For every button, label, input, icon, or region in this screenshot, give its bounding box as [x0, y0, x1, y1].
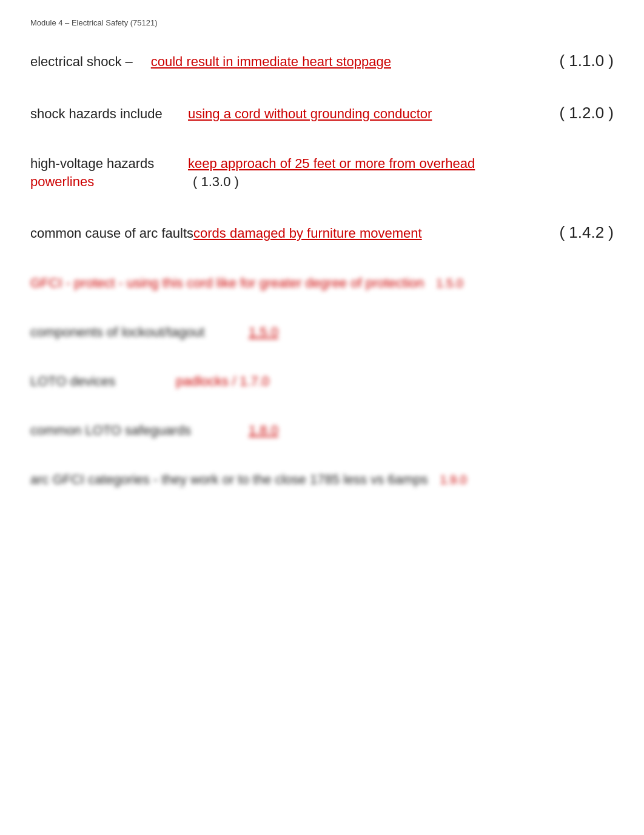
label-lockout: components of lockout/tagout: [30, 324, 249, 340]
label-gfci: GFCI - protect - using this cord like fo…: [30, 275, 424, 291]
label-powerlines: powerlines: [30, 174, 188, 190]
label-arc-gfci: arc GFCI categories - they work or to th…: [30, 472, 428, 488]
module-title: Module 4 – Electrical Safety (75121): [30, 18, 614, 27]
label-shock-hazards: shock hazards include: [30, 106, 188, 122]
row-shock-hazards: shock hazards include using a cord witho…: [30, 104, 614, 122]
content-lockout: 1.5.0: [249, 324, 614, 340]
content-high-voltage: keep approach of 25 feet or more from ov…: [188, 156, 614, 172]
number-shock-hazards: ( 1.2.0 ): [559, 104, 614, 122]
label-loto-devices: LOTO devices: [30, 374, 176, 389]
content-electrical-shock: could result in immediate heart stoppage: [151, 54, 548, 70]
number-gfci: 1.5.0: [436, 277, 463, 290]
content-loto-devices: padlocks / 1.7.0: [176, 374, 614, 389]
label-electrical-shock: electrical shock –: [30, 54, 133, 70]
row-electrical-shock: electrical shock – could result in immed…: [30, 52, 614, 70]
content-loto-safeguards: 1.8.0: [249, 423, 614, 438]
row-arc-gfci: arc GFCI categories - they work or to th…: [30, 472, 614, 488]
content-shock-hazards: using a cord without grounding conductor: [188, 106, 547, 122]
number-electrical-shock: ( 1.1.0 ): [559, 52, 614, 70]
row-loto-safeguards: common LOTO safeguards 1.8.0: [30, 423, 614, 438]
number-arc-faults: ( 1.4.2 ): [559, 223, 614, 242]
number-powerlines: ( 1.3.0 ): [193, 174, 239, 190]
row-high-voltage: high-voltage hazards keep approach of 25…: [30, 156, 614, 190]
row-arc-faults: common cause of arc faults cords damaged…: [30, 223, 614, 242]
label-arc-faults: common cause of arc faults: [30, 226, 193, 241]
row-lockout: components of lockout/tagout 1.5.0: [30, 324, 614, 340]
content-arc-faults: cords damaged by furniture movement: [193, 226, 547, 241]
number-arc-gfci: 1.9.0: [440, 473, 466, 487]
label-high-voltage: high-voltage hazards: [30, 156, 188, 172]
row-gfci: GFCI - protect - using this cord like fo…: [30, 275, 614, 291]
row-loto-devices: LOTO devices padlocks / 1.7.0: [30, 374, 614, 389]
label-loto-safeguards: common LOTO safeguards: [30, 423, 249, 438]
